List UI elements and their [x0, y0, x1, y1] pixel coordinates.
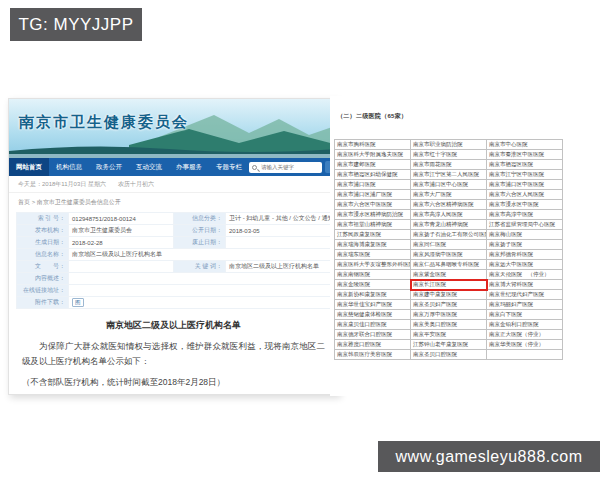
nav-item-1[interactable]: 机构信息	[49, 158, 89, 176]
nav-item-4[interactable]: 办事服务	[169, 158, 209, 176]
hospital-table: 南京市胸科医院南京市职业病防治院南京市中心医院南京医科大学附属逸夫医院南京市红十…	[334, 139, 563, 360]
search-input[interactable]	[259, 163, 319, 171]
hospital-cell: 南京正大医院（停业）	[487, 330, 563, 340]
info-label: 附件下载：	[17, 297, 69, 309]
hospital-cell: 南京圣贝口腔医院	[411, 350, 487, 360]
info-row: 发布机构：南京市卫生健康委员会公开日期：2018-03-05	[17, 225, 331, 237]
hospital-cell: 南京金陵医院	[335, 280, 411, 290]
info-value: 012948751/2018-00124	[69, 213, 174, 225]
highlighted-hospital-cell: 南京长江医院	[411, 280, 487, 290]
hospital-row: 南京市胸科医院南京市职业病防治院南京市中心医院	[335, 140, 563, 150]
portal-nav-bar: 网站首页机构信息政务公开互动交流办事服务专题专栏 搜索	[9, 158, 338, 176]
info-row: 附件下载：图	[17, 297, 331, 309]
info-row: 信息名称：南京地区二级及以上医疗机构名单	[17, 249, 331, 261]
hospital-row: 南京瑞海博康复医院南京同仁医院南京扬子医院	[335, 240, 563, 250]
hospital-row: 南京市浦口区浦厂医院南京市大厂医院南京市六合区人民医院	[335, 190, 563, 200]
info-row: 在线链接地址：	[17, 285, 331, 297]
hospital-cell: 南京美奥口腔医院	[411, 320, 487, 330]
hospital-cell: 南京市高淳中医院	[487, 210, 563, 220]
hospital-cell: 南京白下医院	[487, 310, 563, 320]
hospital-list-sheet: （二）二级医院（65家） 南京市胸科医院南京市职业病防治院南京市中心医院南京医科…	[330, 96, 596, 396]
info-row: 文 号：关 键 词：南京地区二级及以上医疗机构名单	[17, 261, 331, 273]
hospital-cell: 南京邦德骨科医院	[487, 250, 563, 260]
info-label: 生成日期：	[17, 237, 69, 249]
hospital-cell: 南京雅度口腔医院	[335, 340, 411, 350]
info-label: 废止日期：	[174, 237, 226, 249]
hospital-cell: 南京梅山医院	[487, 230, 563, 240]
hospital-cell: 南京医科大学友谊整形外科医院	[335, 260, 411, 270]
search-icon	[252, 165, 257, 170]
hospital-cell: 南京市浦口区中心医院	[411, 180, 487, 190]
nav-item-0[interactable]: 网站首页	[9, 158, 49, 176]
hospital-row: 南京市祖堂山精神病院南京市青龙山精神病院江苏省监狱管理局中心医院	[335, 220, 563, 230]
hospital-cell: 南京瑞海博康复医院	[335, 240, 411, 250]
hospital-cell: 南京扬子医院	[487, 240, 563, 250]
portal-banner: 南京市卫生健康委员会	[9, 99, 338, 158]
hospital-cell: 南京世纪现代妇产医院	[487, 290, 563, 300]
info-value: 卫计 - 妇幼儿童 - 其他 / 公文公告 / 通知	[226, 213, 331, 225]
attachment-link[interactable]: 图	[72, 298, 84, 307]
hospital-cell: 南京紫金医院	[411, 270, 487, 280]
hospital-cell: 南京同仁医院	[411, 240, 487, 250]
site-watermark-badge: www.gamesleyu888.com	[378, 441, 600, 472]
info-value	[69, 285, 331, 297]
hospital-cell: 南京康贝佳口腔医院	[335, 320, 411, 330]
hospital-cell: 南京风湿病中医医院	[411, 250, 487, 260]
hospital-row: 南京新协和康复医院南京建中康复医院南京世纪现代妇产医院	[335, 290, 563, 300]
notice-note: （不含部队医疗机构，统计时间截至2018年2月28日）	[22, 375, 325, 390]
hospital-cell: 南京市栖霞区医院	[487, 160, 563, 170]
breadcrumb[interactable]: 首页 > 南京市卫生健康委员会信息公开	[9, 193, 338, 211]
hospital-row: 南京市建邺医院南京市雨花医院南京市栖霞区医院	[335, 160, 563, 170]
hospital-cell	[487, 350, 563, 360]
hospital-cell: 南京仁品耳鼻咽喉专科医院	[411, 260, 487, 270]
notice-article: 南京地区二级及以上医疗机构名单 为保障广大群众就医知情权与选择权，维护群众就医利…	[9, 309, 338, 390]
info-label: 发布机构：	[17, 225, 69, 237]
hospital-row: 南京金陵医院南京长江医院南京博大肾科医院	[335, 280, 563, 290]
hospital-cell: 南京远大中医医院	[487, 260, 563, 270]
screenshot-canvas: TG: MYYJJPP 南京市卫生健康委员会 网站首页机构信息政务公开互动交流办…	[0, 0, 600, 480]
hospital-cell: 南京建中康复医院	[411, 290, 487, 300]
hospital-cell: 南京市雨花医院	[411, 160, 487, 170]
notice-paragraph: 为保障广大群众就医知情权与选择权，维护群众就医利益，现将南京地区二级及以上医疗机…	[22, 339, 325, 369]
portal-screenshot: 南京市卫生健康委员会 网站首页机构信息政务公开互动交流办事服务专题专栏 搜索 今…	[8, 98, 339, 395]
hospital-cell: 南京市建邺医院	[335, 160, 411, 170]
hospital-cell: 南京市职业病防治院	[411, 140, 487, 150]
nav-item-2[interactable]: 政务公开	[89, 158, 129, 176]
date-line: 今天是：2018年11月03日 星期六 农历十月初六	[9, 176, 338, 193]
hospital-cell: 南京扬子石油化工有限公司医院	[411, 230, 487, 240]
info-disclosure-table: 索 引 号：012948751/2018-00124信息分类：卫计 - 妇幼儿童…	[16, 212, 331, 309]
hospital-cell: 南京玛丽妇产医院	[487, 300, 563, 310]
hospital-row: 南京德牙联合口腔医院南京平安医院南京正大医院（停业）	[335, 330, 563, 340]
info-label: 在线链接地址：	[17, 285, 69, 297]
info-label: 公开日期：	[174, 225, 226, 237]
hospital-row: 南京瑞东医院南京风湿病中医医院南京邦德骨科医院	[335, 250, 563, 260]
notice-title: 南京地区二级及以上医疗机构名单	[22, 319, 325, 332]
info-row: 索 引 号：012948751/2018-00124信息分类：卫计 - 妇幼儿童…	[17, 213, 331, 225]
hospital-row: 南京市浦口医院南京市浦口区中心医院南京市浦口区中医医院	[335, 180, 563, 190]
hospital-row: 南京康贝佳口腔医院南京美奥口腔医院南京金铂利口腔医院	[335, 320, 563, 330]
hospital-cell: 南京市江宁区第二人民医院	[411, 170, 487, 180]
hospital-row: 南京慈铭健康体检医院南京万厚中医医院南京白下医院	[335, 310, 563, 320]
info-label: 内容概述：	[17, 273, 69, 285]
hospital-cell: 南京德牙联合口腔医院	[335, 330, 411, 340]
info-label: 信息分类：	[174, 213, 226, 225]
hospital-cell: 南京慈铭健康体检医院	[335, 310, 411, 320]
hospital-cell: 南京市红十字医院	[411, 150, 487, 160]
info-value: 图	[69, 297, 331, 309]
hospital-cell: 南京市栖霞区妇幼保健院	[335, 170, 411, 180]
tg-watermark-badge: TG: MYYJJPP	[10, 8, 142, 41]
nav-item-5[interactable]: 专题专栏	[209, 158, 249, 176]
hospital-cell: 南京市溧水区中医院	[487, 200, 563, 210]
hospital-cell: 南京市浦口区中医医院	[487, 180, 563, 190]
hospital-cell: 江苏钟山老年康复医院	[411, 340, 487, 350]
hospital-row: 南京市栖霞区妇幼保健院南京市江宁区第二人民医院南京市江宁区中医医院	[335, 170, 563, 180]
search-box[interactable]	[249, 162, 322, 173]
info-row: 内容概述：	[17, 273, 331, 285]
hospital-row: 南京医科大学附属逸夫医院南京市红十字医院南京市秦淮区中医医院	[335, 150, 563, 160]
hospital-cell: 南京博大肾科医院	[487, 280, 563, 290]
info-value	[226, 237, 331, 249]
info-label: 索 引 号：	[17, 213, 69, 225]
info-label: 关 键 词：	[174, 261, 226, 273]
nav-item-3[interactable]: 互动交流	[129, 158, 169, 176]
hospital-cell: 南京圣贝妇产医院	[411, 300, 487, 310]
